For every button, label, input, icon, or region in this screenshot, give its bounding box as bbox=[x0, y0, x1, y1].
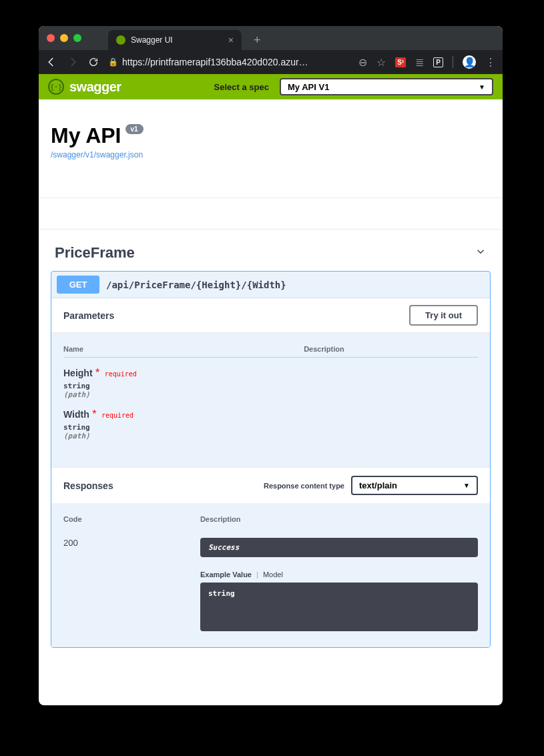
url-display[interactable]: 🔒 https://printframerapif136bba420d020.a… bbox=[108, 57, 332, 67]
page-body: PriceFrame GET /api/PriceFrame/{Height}/… bbox=[39, 230, 503, 668]
content: My API v1 /swagger/v1/swagger.json Price… bbox=[39, 99, 503, 668]
close-window-button[interactable] bbox=[47, 34, 55, 42]
lock-icon: 🔒 bbox=[108, 57, 118, 67]
version-badge: v1 bbox=[125, 124, 144, 134]
maximize-window-button[interactable] bbox=[73, 34, 81, 42]
col-name: Name bbox=[63, 345, 304, 353]
menu-icon[interactable]: ⋮ bbox=[485, 56, 496, 69]
chevron-down-icon: ▼ bbox=[463, 482, 470, 489]
content-type-value: text/plain bbox=[359, 480, 397, 490]
operation-summary[interactable]: GET /api/PriceFrame/{Height}/{Width} bbox=[51, 272, 490, 298]
required-label: required bbox=[105, 370, 137, 378]
responses-body: Code Description 200 Success Example Val… bbox=[51, 503, 490, 647]
example-value-tab[interactable]: Example Value bbox=[200, 571, 252, 579]
content-type-label: Response content type bbox=[264, 482, 344, 490]
http-method-badge: GET bbox=[57, 276, 99, 294]
reload-button[interactable] bbox=[88, 57, 99, 67]
parameters-table: Name Description Height * required strin bbox=[51, 333, 490, 467]
required-star: * bbox=[92, 408, 96, 420]
param-name: Height bbox=[63, 368, 93, 378]
tab-strip: Swagger UI × + bbox=[108, 26, 266, 50]
new-tab-button[interactable]: + bbox=[248, 31, 266, 50]
responses-heading: Responses bbox=[63, 480, 113, 491]
model-tabs: Example Value | Model bbox=[200, 571, 478, 579]
model-tab[interactable]: Model bbox=[263, 571, 283, 579]
try-it-out-button[interactable]: Try it out bbox=[409, 305, 478, 326]
browser-tab[interactable]: Swagger UI × bbox=[108, 30, 242, 50]
url-text: https://printframerapif136bba420d020.azu… bbox=[122, 57, 308, 67]
browser-window: Swagger UI × + 🔒 https://printframerapif… bbox=[39, 26, 503, 705]
tag-name: PriceFrame bbox=[55, 244, 135, 262]
operation-path: /api/PriceFrame/{Height}/{Width} bbox=[106, 280, 286, 290]
zoom-icon[interactable]: ⊖ bbox=[358, 56, 367, 69]
response-table-head: Code Description bbox=[63, 515, 478, 527]
window-controls bbox=[47, 34, 81, 42]
forward-button[interactable] bbox=[67, 56, 79, 68]
tag-header[interactable]: PriceFrame bbox=[51, 230, 491, 271]
titlebar: Swagger UI × + bbox=[39, 26, 503, 50]
swagger-topbar: {·} swagger Select a spec My API V1 ▼ bbox=[39, 74, 503, 99]
toolbar-extras: ⊖ ☆ S¹ ≣ P 👤 ⋮ bbox=[358, 55, 496, 69]
close-tab-icon[interactable]: × bbox=[228, 35, 234, 45]
responses-header: Responses Response content type text/pla… bbox=[51, 467, 490, 503]
col-description: Description bbox=[200, 515, 241, 523]
separator bbox=[453, 56, 453, 68]
param-table-head: Name Description bbox=[63, 345, 478, 358]
api-title-text: My API bbox=[51, 123, 121, 148]
divider: | bbox=[256, 571, 258, 579]
example-value-box: string bbox=[200, 583, 478, 631]
col-code: Code bbox=[63, 515, 200, 523]
extension-p-icon[interactable]: P bbox=[433, 57, 443, 67]
spec-select-label: Select a spec bbox=[214, 82, 269, 92]
spec-select-value: My API V1 bbox=[288, 82, 329, 92]
operation-block: GET /api/PriceFrame/{Height}/{Width} Par… bbox=[51, 271, 491, 648]
spacer-row bbox=[39, 198, 503, 230]
api-header: My API v1 /swagger/v1/swagger.json bbox=[39, 99, 503, 198]
extension-buffer-icon[interactable]: ≣ bbox=[415, 56, 424, 69]
swagger-json-link[interactable]: /swagger/v1/swagger.json bbox=[51, 150, 143, 159]
favicon-icon bbox=[116, 35, 125, 45]
param-row: Width * required string (path) bbox=[63, 399, 478, 440]
api-title: My API v1 bbox=[51, 123, 491, 148]
swagger-logo-icon: {·} bbox=[48, 79, 64, 95]
parameters-heading: Parameters bbox=[63, 310, 114, 321]
required-label: required bbox=[101, 412, 133, 419]
param-type: string bbox=[63, 423, 304, 432]
param-row: Height * required string (path) bbox=[63, 358, 478, 399]
minimize-window-button[interactable] bbox=[60, 34, 68, 42]
response-description: Success bbox=[200, 538, 478, 557]
spec-select[interactable]: My API V1 ▼ bbox=[280, 78, 493, 95]
response-code: 200 bbox=[63, 538, 200, 631]
extension-icon[interactable]: S¹ bbox=[395, 57, 406, 67]
response-row: 200 Success Example Value | Model string bbox=[63, 527, 478, 631]
swagger-brand: swagger bbox=[69, 79, 121, 95]
back-button[interactable] bbox=[45, 56, 57, 68]
operation-body: Parameters Try it out Name Description H… bbox=[51, 298, 490, 647]
param-name: Width bbox=[63, 409, 89, 420]
chevron-down-icon bbox=[475, 246, 487, 260]
address-bar: 🔒 https://printframerapif136bba420d020.a… bbox=[39, 50, 503, 74]
profile-avatar[interactable]: 👤 bbox=[463, 55, 476, 69]
param-location: (path) bbox=[63, 390, 304, 399]
param-location: (path) bbox=[63, 432, 304, 440]
tab-title: Swagger UI bbox=[131, 35, 173, 45]
required-star: * bbox=[95, 367, 99, 378]
param-type: string bbox=[63, 382, 304, 390]
star-icon[interactable]: ☆ bbox=[376, 56, 386, 69]
content-type-select[interactable]: text/plain ▼ bbox=[351, 476, 478, 495]
parameters-header: Parameters Try it out bbox=[51, 298, 490, 333]
chevron-down-icon: ▼ bbox=[479, 83, 485, 91]
col-description: Description bbox=[304, 345, 344, 353]
